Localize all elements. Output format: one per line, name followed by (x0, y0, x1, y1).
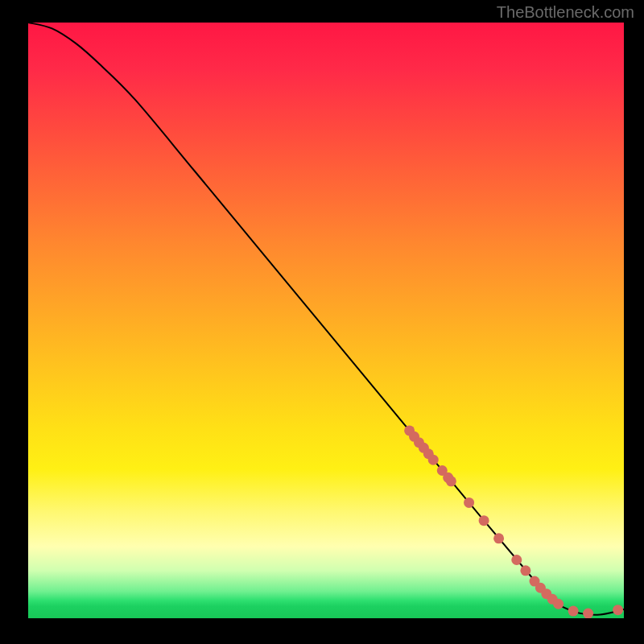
data-marker (568, 606, 579, 617)
bottleneck-curve (28, 23, 624, 615)
data-marker (493, 533, 504, 543)
data-marker (428, 455, 439, 465)
data-marker (409, 431, 419, 442)
data-marker (535, 583, 546, 593)
data-marker (547, 594, 558, 605)
data-marker (520, 565, 530, 576)
data-marker (419, 443, 429, 453)
data-marker (511, 555, 522, 565)
data-marker (423, 448, 434, 459)
data-marker (541, 588, 551, 599)
data-marker (530, 576, 540, 587)
data-marker (583, 609, 593, 618)
data-marker (613, 605, 623, 615)
data-marker (553, 599, 564, 609)
data-marker (443, 473, 453, 483)
data-marker (437, 465, 448, 476)
data-marker (464, 497, 474, 508)
chart-plot-area (28, 23, 624, 618)
data-marker (446, 476, 456, 486)
data-marker (404, 425, 415, 436)
chart-svg (28, 23, 624, 618)
data-markers (404, 425, 623, 618)
data-marker (414, 437, 424, 448)
attribution-text: TheBottleneck.com (497, 3, 634, 22)
data-marker (479, 515, 489, 526)
